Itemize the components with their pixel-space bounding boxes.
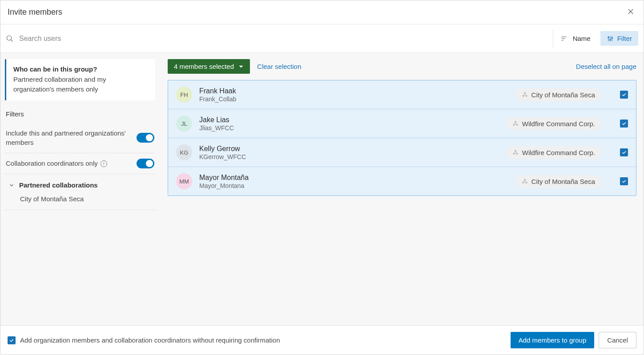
deselect-all-button[interactable]: Deselect all on page bbox=[576, 63, 636, 70]
clear-selection-button[interactable]: Clear selection bbox=[257, 63, 301, 70]
chevron-down-icon bbox=[238, 64, 244, 69]
check-icon bbox=[621, 150, 627, 155]
user-row[interactable]: KG Kelly Gerrow KGerrow_WFCC Wildfire Co… bbox=[168, 138, 636, 167]
check-icon bbox=[621, 179, 627, 184]
confirm-checkbox[interactable] bbox=[8, 336, 16, 344]
avatar: FH bbox=[176, 87, 192, 103]
modal-footer: Add organization members and collaborati… bbox=[0, 325, 644, 355]
modal-title: Invite members bbox=[8, 8, 62, 17]
search-bar-row: Name Filter bbox=[0, 24, 644, 53]
svg-point-9 bbox=[516, 124, 518, 125]
user-checkbox[interactable] bbox=[620, 91, 628, 99]
svg-point-4 bbox=[524, 92, 525, 94]
user-name: Frank Haak bbox=[199, 87, 508, 95]
user-row[interactable]: MM Mayor Montaña Mayor_Montana City of M… bbox=[168, 167, 636, 195]
org-icon bbox=[522, 178, 528, 184]
footer-left: Add organization members and collaborati… bbox=[8, 336, 506, 344]
sort-label: Name bbox=[573, 35, 591, 42]
check-icon bbox=[621, 121, 627, 126]
svg-point-0 bbox=[7, 36, 12, 40]
close-button[interactable] bbox=[625, 6, 636, 19]
svg-point-11 bbox=[513, 153, 515, 154]
search-input[interactable] bbox=[19, 35, 553, 43]
svg-point-6 bbox=[526, 95, 527, 96]
filter-icon bbox=[607, 35, 614, 42]
user-info: Jake Lias Jlias_WFCC bbox=[199, 116, 499, 132]
user-login: Jlias_WFCC bbox=[199, 124, 499, 132]
sort-icon bbox=[560, 35, 568, 42]
user-info: Mayor Montaña Mayor_Montana bbox=[199, 174, 508, 189]
svg-point-10 bbox=[515, 150, 516, 152]
cancel-button[interactable]: Cancel bbox=[599, 332, 636, 348]
info-icon[interactable]: i bbox=[101, 160, 107, 167]
check-icon bbox=[621, 92, 627, 97]
org-chip: City of Montaña Seca bbox=[515, 175, 601, 188]
user-info: Frank Haak Frank_Collab bbox=[199, 87, 508, 103]
filter-label-coordinators: Collaboration coordinators only i bbox=[6, 159, 131, 168]
main-panel: 4 members selected Clear selection Desel… bbox=[161, 53, 644, 325]
svg-point-7 bbox=[515, 121, 516, 123]
user-info: Kelly Gerrow KGerrow_WFCC bbox=[199, 145, 499, 160]
org-icon bbox=[522, 92, 528, 98]
org-chip: Wildfire Command Corp. bbox=[506, 117, 601, 130]
check-icon bbox=[9, 338, 14, 343]
org-name: City of Montaña Seca bbox=[531, 91, 595, 99]
content-area: Who can be in this group? Partnered coll… bbox=[0, 53, 644, 325]
toggle-partnered-orgs[interactable] bbox=[137, 133, 154, 143]
chevron-down-icon bbox=[8, 182, 15, 188]
confirm-label: Add organization members and collaborati… bbox=[20, 336, 280, 344]
sidebar: Who can be in this group? Partnered coll… bbox=[0, 53, 161, 325]
user-checkbox[interactable] bbox=[620, 148, 628, 156]
svg-point-2 bbox=[609, 39, 611, 40]
info-question: Who can be in this group? bbox=[13, 65, 148, 73]
info-answer: Partnered collaboration and my organizat… bbox=[13, 75, 148, 94]
avatar: KG bbox=[176, 144, 192, 160]
modal-header: Invite members bbox=[0, 0, 644, 24]
svg-point-12 bbox=[516, 153, 518, 154]
svg-point-5 bbox=[523, 95, 524, 96]
sort-by-name[interactable]: Name bbox=[553, 29, 598, 48]
toggle-coordinators[interactable] bbox=[137, 159, 154, 168]
invite-members-modal: Invite members Name Filter Who can be in… bbox=[0, 0, 644, 355]
svg-point-15 bbox=[526, 182, 527, 183]
org-name: City of Montaña Seca bbox=[531, 178, 595, 185]
info-card: Who can be in this group? Partnered coll… bbox=[5, 59, 155, 100]
user-name: Mayor Montaña bbox=[199, 174, 508, 182]
avatar: MM bbox=[176, 173, 192, 189]
svg-point-1 bbox=[608, 37, 609, 38]
user-name: Jake Lias bbox=[199, 116, 499, 124]
svg-point-8 bbox=[513, 124, 515, 125]
user-login: KGerrow_WFCC bbox=[199, 153, 499, 160]
svg-point-14 bbox=[523, 182, 524, 183]
filter-row-partnered-orgs: Include this and partnered organizations… bbox=[5, 123, 155, 154]
partnered-collab-header[interactable]: Partnered collaborations bbox=[6, 179, 154, 191]
add-members-button[interactable]: Add members to group bbox=[511, 332, 595, 348]
user-name: Kelly Gerrow bbox=[199, 145, 499, 153]
avatar: JL bbox=[176, 116, 192, 132]
search-icon bbox=[6, 35, 14, 43]
org-chip: City of Montaña Seca bbox=[515, 88, 601, 101]
user-checkbox[interactable] bbox=[620, 120, 628, 128]
svg-point-13 bbox=[524, 179, 525, 180]
close-icon bbox=[627, 8, 635, 16]
selection-row: 4 members selected Clear selection Desel… bbox=[168, 59, 636, 74]
user-checkbox[interactable] bbox=[620, 177, 628, 185]
org-icon bbox=[512, 120, 519, 127]
org-name: Wildfire Command Corp. bbox=[522, 120, 595, 128]
filters-heading: Filters bbox=[5, 108, 155, 123]
filter-row-coordinators: Collaboration coordinators only i bbox=[5, 153, 155, 174]
collab-item[interactable]: City of Montaña Seca bbox=[6, 191, 154, 204]
user-row[interactable]: JL Jake Lias Jlias_WFCC Wildfire Command… bbox=[168, 109, 636, 138]
selected-count-button[interactable]: 4 members selected bbox=[168, 59, 250, 74]
user-login: Frank_Collab bbox=[199, 96, 508, 103]
user-login: Mayor_Montana bbox=[199, 182, 508, 189]
partnered-collab-section: Partnered collaborations City of Montaña… bbox=[5, 174, 155, 210]
user-row[interactable]: FH Frank Haak Frank_Collab City of Monta… bbox=[168, 80, 636, 109]
org-name: Wildfire Command Corp. bbox=[522, 149, 595, 156]
filter-button[interactable]: Filter bbox=[600, 31, 638, 46]
filter-button-label: Filter bbox=[617, 35, 632, 42]
org-icon bbox=[512, 149, 519, 156]
search-wrap bbox=[6, 35, 553, 43]
svg-point-3 bbox=[611, 37, 612, 39]
filter-label-partnered-orgs: Include this and partnered organizations… bbox=[6, 128, 131, 148]
